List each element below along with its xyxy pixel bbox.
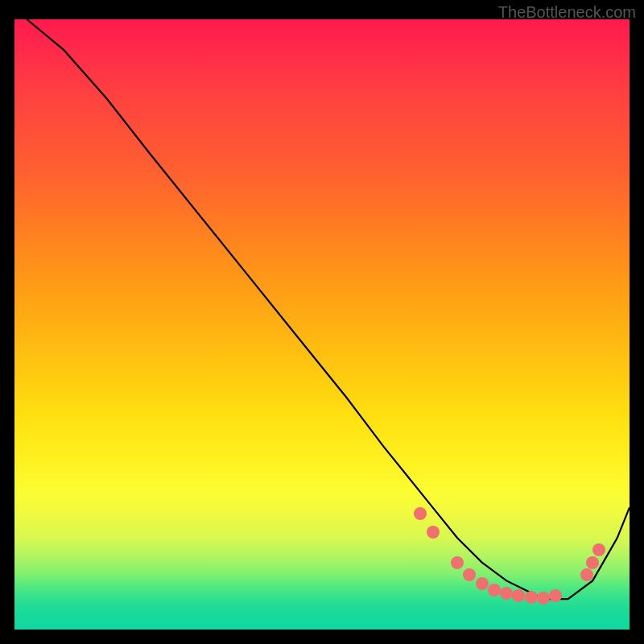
marker-dot bbox=[586, 556, 599, 569]
marker-dot bbox=[525, 591, 538, 604]
marker-dot bbox=[427, 526, 440, 539]
marker-dot bbox=[500, 587, 513, 600]
marker-dot bbox=[549, 589, 562, 602]
watermark-text: TheBottleneck.com bbox=[498, 3, 636, 22]
marker-dot bbox=[512, 589, 525, 602]
marker-dot bbox=[488, 584, 501, 597]
marker-dot bbox=[476, 577, 489, 590]
marker-dot bbox=[537, 592, 550, 605]
marker-dot bbox=[451, 556, 464, 569]
marker-dot bbox=[414, 507, 427, 520]
marker-dots bbox=[14, 19, 630, 630]
plot-area bbox=[14, 19, 630, 630]
marker-dot bbox=[463, 568, 476, 581]
marker-dot bbox=[580, 568, 593, 581]
marker-dot bbox=[592, 543, 605, 556]
